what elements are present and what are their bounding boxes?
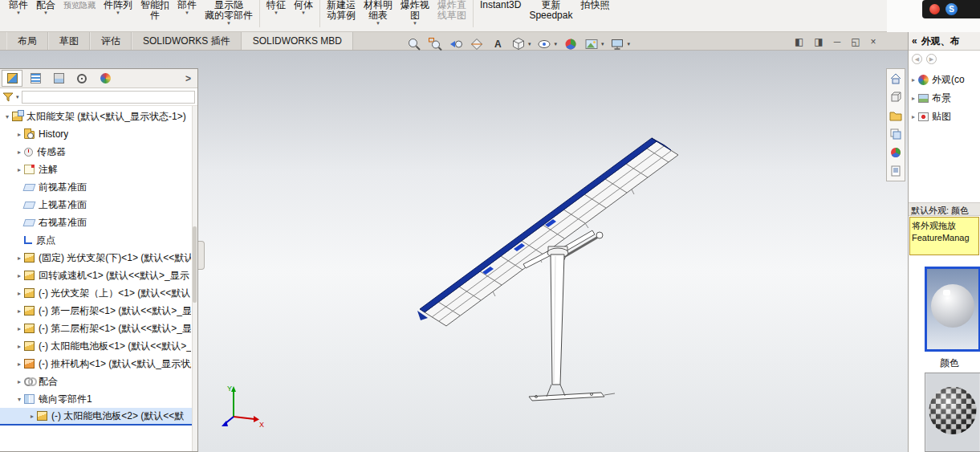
take-snapshot-button[interactable]: 拍快照 — [576, 0, 613, 10]
dropdown-arrow-icon[interactable]: ▼ — [116, 10, 120, 16]
bill-of-materials-button[interactable]: 材料明细表▼ — [360, 0, 396, 26]
tree-item-component[interactable]: ▸(固定) 光伏支架(下)<1> (默认<<默认 — [0, 249, 197, 267]
tree-item-annotations[interactable]: ▸注解 — [0, 161, 197, 178]
dynamic-annotation-icon[interactable]: A — [490, 37, 505, 52]
dropdown-arrow-icon[interactable]: ▼ — [376, 21, 380, 26]
filter-funnel-icon[interactable] — [2, 92, 14, 102]
expand-arrow[interactable]: ▸ — [14, 360, 24, 368]
tree-item-top-plane[interactable]: 上视基准面 — [0, 196, 197, 214]
close-button[interactable]: × — [871, 36, 876, 47]
tab-solidworks-mbd[interactable]: SOLIDWORKS MBD — [242, 32, 353, 50]
view-settings-icon[interactable] — [610, 37, 625, 52]
propertymanager-tab[interactable] — [25, 70, 46, 87]
dropdown-arrow-icon[interactable]: ▼ — [413, 21, 417, 26]
collapse-chevrons-icon[interactable]: « — [912, 35, 917, 47]
dropdown-arrow-icon[interactable]: ▼ — [301, 10, 306, 16]
tree-scrollbar[interactable] — [192, 106, 197, 451]
update-speedpak-button[interactable]: 更新Speedpak — [525, 0, 576, 21]
tree-item-front-plane[interactable]: 前视基准面 — [0, 178, 197, 196]
zoom-area-icon[interactable] — [427, 37, 442, 52]
dropdown-arrow-icon[interactable]: ▾ — [601, 41, 604, 47]
color-appearance-swatch[interactable] — [925, 267, 980, 352]
tree-item-component[interactable]: ▸(-) 第一层桁架<1> (默认<<默认>_显 — [0, 302, 197, 320]
dimxpertmanager-tab[interactable] — [71, 70, 92, 87]
expand-arrow[interactable]: ▸ — [14, 307, 24, 315]
tree-item-sensors[interactable]: ▸传感器 — [0, 143, 197, 161]
component-pattern-button[interactable]: 件阵列▼ — [100, 0, 136, 16]
expand-arrow[interactable]: ▸ — [912, 76, 915, 83]
tree-item-mirror-component[interactable]: ▾镜向零部件1 — [0, 390, 197, 408]
section-view-icon[interactable] — [469, 37, 484, 52]
dropdown-arrow-icon[interactable]: ▾ — [628, 41, 631, 47]
expand-arrow[interactable]: ▸ — [14, 255, 24, 262]
smart-fasteners-button[interactable]: 智能扣件 — [136, 0, 173, 21]
expand-arrow[interactable]: ▸ — [14, 378, 24, 385]
nav-back-icon[interactable]: ◀ — [912, 54, 922, 64]
dropdown-arrow-icon[interactable]: ▼ — [185, 10, 189, 16]
configurationmanager-tab[interactable] — [48, 70, 69, 87]
expand-arrow[interactable]: ▸ — [27, 413, 37, 420]
expand-arrow[interactable]: ▾ — [2, 113, 12, 120]
expand-arrow[interactable]: ▸ — [14, 166, 24, 173]
mate-button[interactable]: 配合▼ — [32, 0, 59, 16]
tree-item-origin[interactable]: 原点 — [0, 231, 197, 249]
hide-show-items-icon[interactable] — [537, 37, 552, 52]
filter-input[interactable] — [22, 91, 195, 104]
panel-splitter-handle[interactable] — [198, 241, 205, 270]
expand-arrow[interactable]: ▸ — [14, 272, 24, 279]
tab-solidworks-addins[interactable]: SOLIDWORKS 插件 — [132, 32, 242, 50]
instant3d-button[interactable]: Instant3D — [476, 0, 525, 10]
checker-appearance-swatch[interactable] — [925, 373, 980, 452]
tree-item-scenes[interactable]: ▸布景 — [909, 89, 980, 108]
expand-arrow[interactable]: ▸ — [14, 149, 24, 156]
display-style-icon[interactable] — [510, 37, 526, 52]
dropdown-arrow-icon[interactable]: ▾ — [528, 41, 531, 47]
zoom-fit-icon[interactable] — [406, 37, 421, 52]
previous-view-icon[interactable] — [448, 37, 463, 52]
show-hidden-components-button[interactable]: 显示隐藏的零部件▼ — [201, 0, 257, 26]
insert-components-button[interactable]: 部件▼ — [5, 0, 32, 16]
tab-sketch[interactable]: 草图 — [48, 32, 90, 50]
tree-item-component[interactable]: ▸(-) 太阳能电池板<1> (默认<<默认>_ — [0, 337, 197, 355]
move-component-button[interactable]: 部件▼ — [173, 0, 201, 16]
tree-item-component[interactable]: ▸(-) 光伏支架（上）<1> (默认<<默认 — [0, 284, 197, 302]
dropdown-arrow-icon[interactable]: ▼ — [274, 10, 279, 16]
nav-forward-icon[interactable]: ▶ — [926, 54, 937, 64]
sogou-input-icon[interactable]: S — [945, 3, 958, 15]
expand-arrow[interactable]: ▸ — [14, 131, 24, 138]
tree-item-component[interactable]: ▸(-) 推杆机构<1> (默认<默认_显示状态 — [0, 355, 197, 373]
expand-arrow[interactable]: ▸ — [912, 113, 915, 120]
scrollbar-thumb[interactable] — [193, 226, 197, 303]
restore-button[interactable]: ◱ — [851, 36, 860, 47]
tree-item-right-plane[interactable]: 右视基准面 — [0, 214, 197, 231]
view-palette-icon[interactable] — [889, 128, 902, 140]
tray-red-icon[interactable] — [929, 4, 940, 14]
filter-dropdown-arrow-icon[interactable]: ▾ — [16, 94, 19, 100]
explode-line-sketch-button[interactable]: 爆炸直线草图 — [433, 0, 470, 21]
custom-properties-icon[interactable] — [889, 165, 902, 177]
reference-geometry-button[interactable]: 何体▼ — [290, 0, 317, 16]
dropdown-arrow-icon[interactable]: ▼ — [16, 10, 21, 16]
apply-scene-icon[interactable] — [584, 37, 599, 52]
edit-appearance-icon[interactable] — [563, 37, 578, 52]
assembly-features-button[interactable]: 特征▼ — [262, 0, 290, 16]
tab-evaluate[interactable]: 评估 — [90, 32, 132, 50]
tree-item-history[interactable]: ▸History — [0, 125, 197, 143]
tree-item-component[interactable]: ▸(-) 第二层桁架<1> (默认<<默认>_显 — [0, 320, 197, 337]
dropdown-arrow-icon[interactable]: ▼ — [43, 10, 48, 16]
expand-arrow[interactable]: ▸ — [912, 95, 915, 102]
pane-right-button[interactable]: ◨ — [814, 36, 823, 47]
home-icon[interactable] — [889, 72, 902, 85]
expand-arrow[interactable]: ▸ — [14, 325, 24, 332]
new-motion-study-button[interactable]: 新建运动算例 — [323, 0, 360, 21]
expand-arrow[interactable]: ▾ — [14, 396, 24, 403]
tree-item-mates[interactable]: ▸配合 — [0, 373, 197, 390]
tab-layout[interactable]: 布局 — [6, 32, 48, 50]
appearances-ball-icon[interactable] — [889, 146, 902, 159]
file-explorer-icon[interactable] — [889, 109, 902, 122]
expand-arrow[interactable]: ▸ — [14, 290, 24, 297]
featuremanager-tab[interactable] — [2, 70, 22, 87]
preview-hidden-button[interactable]: 预览隐藏 — [59, 0, 100, 10]
tree-item-component-selected[interactable]: ▸(-) 太阳能电池板<2> (默认<<默 — [0, 408, 197, 426]
dropdown-arrow-icon[interactable]: ▼ — [226, 21, 231, 26]
